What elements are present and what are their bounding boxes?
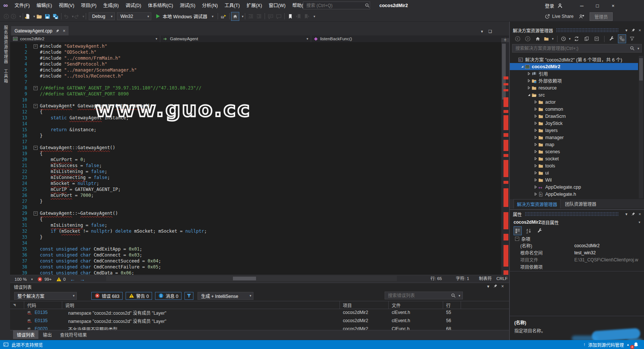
indent-increase-icon[interactable]	[255, 12, 263, 21]
quick-search-input[interactable]	[306, 3, 365, 9]
collapsed-arrow-icon[interactable]	[533, 107, 538, 111]
platform-dropdown[interactable]: Win32▾	[117, 12, 151, 20]
column-header-severity[interactable]: ◥	[10, 301, 24, 309]
fold-icon[interactable]: −	[34, 146, 38, 150]
nav-forward-icon[interactable]	[524, 34, 532, 43]
code-line[interactable]: 7	[10, 79, 501, 85]
menu-体系结构[interactable]: 体系结构(C)	[145, 0, 176, 11]
code-line[interactable]: 10	[10, 97, 501, 103]
collapsed-arrow-icon[interactable]	[533, 129, 538, 132]
messages-filter-button[interactable]: 消息 0	[155, 292, 181, 300]
switch-views-icon[interactable]: ▾	[544, 34, 554, 43]
close-button[interactable]: ×	[605, 0, 621, 11]
bottom-tab-输出[interactable]: 输出	[39, 330, 56, 339]
code-line[interactable]: 2#include "ODSocket.h"	[10, 49, 501, 55]
property-category[interactable]: − 杂项	[510, 235, 644, 242]
code-line[interactable]: 14	[10, 121, 501, 127]
tab-options-icon[interactable]: ❏	[488, 29, 492, 34]
open-file-icon[interactable]	[35, 12, 43, 21]
code-line[interactable]: 1−#include "GatewayAgent.h"	[10, 43, 501, 49]
explorer-tab-解决方案资源管理器[interactable]: 解决方案资源管理器	[514, 199, 561, 208]
fold-icon[interactable]: −	[34, 104, 38, 108]
bottom-tab-查找符号结果[interactable]: 查找符号结果	[56, 330, 91, 339]
code-line[interactable]: 23 mIsConnecting = false;	[10, 174, 501, 180]
alphabetical-icon[interactable]: AZ	[525, 226, 533, 235]
pin-icon[interactable]	[631, 28, 635, 32]
run-debugger-button[interactable]: 本地 Windows 调试器▾	[152, 13, 216, 20]
build-intellisense-dropdown[interactable]: 生成 + IntelliSense▾	[198, 292, 253, 300]
menu-编辑[interactable]: 编辑(E)	[33, 0, 56, 11]
property-value[interactable]: cocos2dMir2	[574, 243, 644, 248]
nav-back-icon[interactable]	[2, 12, 10, 21]
menu-分析[interactable]: 分析(N)	[199, 0, 221, 11]
menu-窗口[interactable]: 窗口(W)	[265, 0, 289, 11]
redo-icon[interactable]: ▾	[74, 12, 85, 21]
code-line[interactable]: 19{	[10, 151, 501, 157]
solution-search-input[interactable]	[515, 45, 630, 51]
collapsed-arrow-icon[interactable]	[533, 164, 538, 167]
sync-with-active-document-icon[interactable]	[572, 34, 581, 43]
code-line[interactable]: 9//#define GATEWAY_AGENT_PORT 8090	[10, 91, 501, 97]
code-line[interactable]: 24 mSocket = nullptr;	[10, 180, 501, 186]
solution-search-box[interactable]: ▾	[512, 44, 642, 53]
tree-scrollbar[interactable]	[639, 56, 643, 198]
error-row[interactable]: abE0135namespace "cocos2d::cocos2d" 没有成员…	[10, 308, 509, 317]
comment-icon[interactable]	[266, 12, 275, 21]
error-code-link[interactable]: E0070	[35, 326, 48, 330]
tree-item-DrawScrn[interactable]: DrawScrn	[510, 113, 638, 120]
side-tab-工具箱[interactable]: 工具箱	[3, 69, 9, 84]
zoom-control[interactable]: 100 %▾	[15, 277, 33, 282]
side-tab-服务器资源管理器[interactable]: 服务器资源管理器	[3, 25, 9, 64]
collapsed-arrow-icon[interactable]	[533, 122, 538, 125]
panel-close-icon[interactable]: ×	[501, 284, 504, 289]
property-row-根命名空间[interactable]: 根命名空间test_win32	[510, 249, 644, 256]
document-tab[interactable]: GatewayAgent.cpp ×	[11, 26, 69, 35]
editor-split-handle[interactable]: ┿	[501, 38, 509, 42]
code-line[interactable]: 26 mCurPort = 7000;	[10, 192, 501, 198]
collapsed-arrow-icon[interactable]	[526, 72, 531, 75]
tree-item-AppDelegate.cpp[interactable]: ++AppDelegate.cpp	[510, 183, 638, 191]
uncomment-icon[interactable]	[275, 12, 283, 21]
code-line[interactable]: 12{	[10, 109, 501, 115]
errors-filter-button[interactable]: 错误 683	[91, 292, 123, 300]
tree-item-ui[interactable]: ui	[510, 169, 638, 176]
collapsed-arrow-icon[interactable]	[533, 114, 538, 118]
property-pages-icon[interactable]	[536, 226, 544, 235]
menu-文件[interactable]: 文件(F)	[11, 0, 33, 11]
collapsed-arrow-icon[interactable]	[533, 192, 538, 196]
collapsed-arrow-icon[interactable]	[533, 171, 538, 174]
nav-back-error-icon[interactable]: ←	[70, 276, 75, 282]
tree-item-外部依赖项[interactable]: 外部依赖项	[510, 77, 638, 84]
error-count-indicator[interactable]: 99+	[37, 277, 52, 282]
code-line[interactable]: 20 mCurPort = 0;	[10, 157, 501, 163]
panel-dropdown-icon[interactable]: ▾	[625, 212, 628, 217]
fold-icon[interactable]: −	[34, 211, 38, 216]
pin-icon[interactable]	[493, 284, 498, 289]
tree-item-Wil[interactable]: Wil	[510, 176, 638, 183]
property-row-(名称)[interactable]: (名称)cocos2dMir2	[510, 242, 644, 249]
tree-item-tools[interactable]: tools	[510, 162, 638, 169]
code-line[interactable]: 33}	[10, 234, 501, 240]
error-search-box[interactable]: ▾	[385, 292, 463, 299]
menu-项目[interactable]: 项目(P)	[78, 0, 100, 11]
editor-horizontal-scrollbar[interactable]	[106, 276, 397, 281]
panel-dropdown-icon[interactable]: ▾	[625, 28, 628, 33]
fold-icon[interactable]: −	[34, 86, 38, 90]
solution-filter-icon[interactable]	[628, 34, 636, 43]
code-line[interactable]: 13 static GatewayAgent instance;	[10, 115, 501, 121]
tree-item-JoyStick[interactable]: JoyStick	[510, 120, 638, 127]
tree-item-socket[interactable]: socket	[510, 155, 638, 162]
show-all-files-icon[interactable]	[618, 34, 626, 43]
panel-close-icon[interactable]: ×	[639, 212, 641, 216]
code-line[interactable]: 35const unsigned char CmdExitApp = 0x01;	[10, 246, 501, 252]
code-line[interactable]: 31 mIsListening = false;	[10, 222, 501, 228]
tree-item-common[interactable]: common	[510, 106, 638, 113]
tree-item-解决方案 "cocos2dMir2" (第 6 个项目，共 6 个)[interactable]: ∞解决方案 "cocos2dMir2" (第 6 个项目，共 6 个)	[510, 56, 638, 63]
code-line[interactable]: 38const unsigned char CmdConnectFailure …	[10, 264, 501, 270]
categorized-icon[interactable]	[514, 226, 522, 235]
code-line[interactable]: 28	[10, 204, 501, 210]
minimize-button[interactable]: ─	[574, 0, 590, 11]
quick-search-box[interactable]	[303, 1, 370, 9]
column-header-项目[interactable]: 项目	[340, 301, 389, 309]
panel-dropdown-icon[interactable]: ▾	[487, 284, 489, 289]
